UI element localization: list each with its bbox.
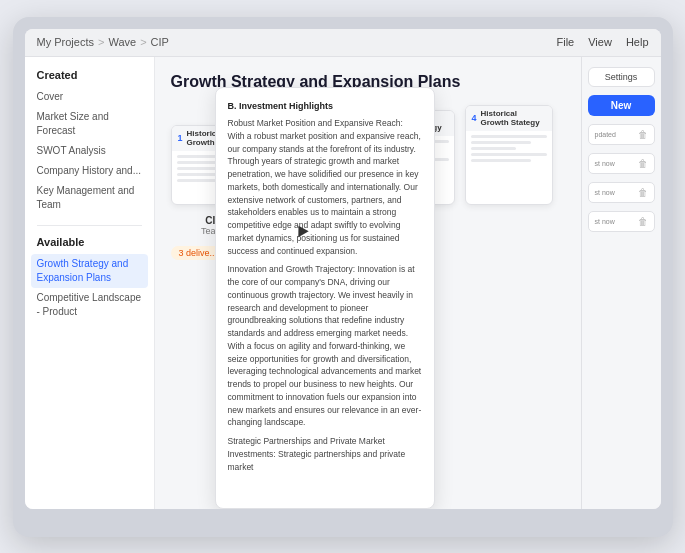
delete-icon-4[interactable]: 🗑 xyxy=(638,216,648,227)
sidebar-created-title: Created xyxy=(25,69,154,87)
sidebar: Created Cover Market Size and Forecast S… xyxy=(25,57,155,509)
sidebar-item-cover[interactable]: Cover xyxy=(25,87,154,107)
right-item-1-status: pdated xyxy=(595,131,616,138)
sidebar-item-competitive[interactable]: Competitive Landscape - Product xyxy=(25,288,154,322)
menu-view[interactable]: View xyxy=(588,36,612,48)
sidebar-item-key[interactable]: Key Management and Team xyxy=(25,181,154,215)
right-item-4-status: st now xyxy=(595,218,615,225)
right-panel: Settings New pdated 🗑 st now 🗑 st now 🗑 … xyxy=(581,57,661,509)
menu-file[interactable]: File xyxy=(556,36,574,48)
breadcrumb-item-cip[interactable]: CIP xyxy=(151,36,169,48)
breadcrumb-sep-2: > xyxy=(140,36,146,48)
right-list-item-2[interactable]: st now 🗑 xyxy=(588,153,655,174)
breadcrumb-item-wave[interactable]: Wave xyxy=(108,36,136,48)
settings-button[interactable]: Settings xyxy=(588,67,655,87)
menu-help[interactable]: Help xyxy=(626,36,649,48)
breadcrumb: My Projects > Wave > CIP xyxy=(37,36,169,48)
menu-items: File View Help xyxy=(556,36,648,48)
popup-section-title: B. Investment Highlights xyxy=(228,100,422,114)
new-button[interactable]: New xyxy=(588,95,655,116)
menu-bar: My Projects > Wave > CIP File View Help xyxy=(25,29,661,57)
right-item-2-status: st now xyxy=(595,160,615,167)
popup-paragraph-1: Robust Market Position and Expansive Rea… xyxy=(228,117,422,257)
popup-paragraph-2: Innovation and Growth Trajectory: Innova… xyxy=(228,263,422,429)
sidebar-item-company[interactable]: Company History and... xyxy=(25,161,154,181)
main-area: Created Cover Market Size and Forecast S… xyxy=(25,57,661,509)
sidebar-item-market[interactable]: Market Size and Forecast xyxy=(25,107,154,141)
sidebar-item-swot[interactable]: SWOT Analysis xyxy=(25,141,154,161)
popup-overlay: B. Investment Highlights Robust Market P… xyxy=(215,87,581,509)
right-list-item-4[interactable]: st now 🗑 xyxy=(588,211,655,232)
breadcrumb-sep-1: > xyxy=(98,36,104,48)
delete-icon-1[interactable]: 🗑 xyxy=(638,129,648,140)
laptop-screen: My Projects > Wave > CIP File View Help … xyxy=(25,29,661,509)
sidebar-divider xyxy=(37,225,142,226)
right-list-item-3[interactable]: st now 🗑 xyxy=(588,182,655,203)
sidebar-available-title: Available xyxy=(25,236,154,254)
delete-icon-3[interactable]: 🗑 xyxy=(638,187,648,198)
right-item-3-status: st now xyxy=(595,189,615,196)
breadcrumb-item-projects[interactable]: My Projects xyxy=(37,36,94,48)
popup-card[interactable]: B. Investment Highlights Robust Market P… xyxy=(215,87,435,509)
popup-paragraph-3: Strategic Partnerships and Private Marke… xyxy=(228,435,422,473)
laptop-shell: My Projects > Wave > CIP File View Help … xyxy=(13,17,673,537)
content-area: Growth Strategy and Expansion Plans 1 Hi… xyxy=(155,57,581,509)
delete-icon-2[interactable]: 🗑 xyxy=(638,158,648,169)
sidebar-item-growth[interactable]: Growth Strategy and Expansion Plans xyxy=(31,254,148,288)
slide-1-num: 1 xyxy=(178,133,183,143)
right-list-item-1[interactable]: pdated 🗑 xyxy=(588,124,655,145)
